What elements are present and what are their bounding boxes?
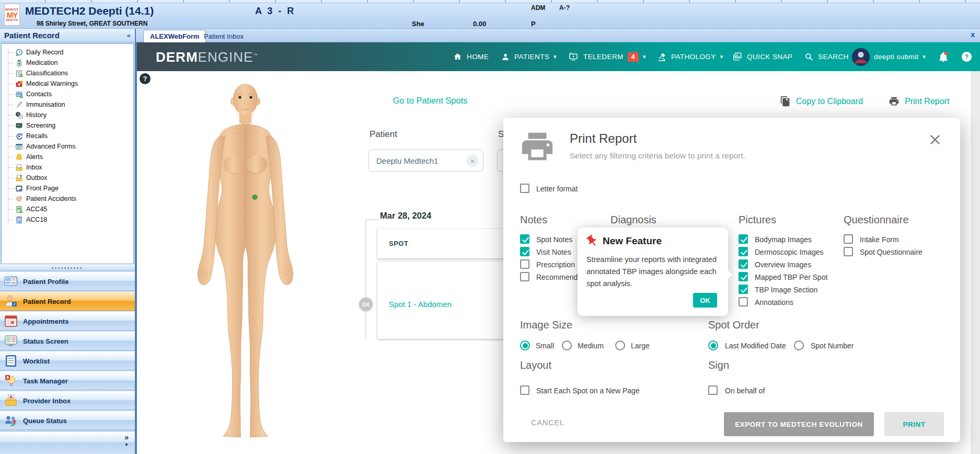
sidebar-item-inbox[interactable]: Inbox [2, 162, 132, 173]
nav-home[interactable]: HOME [453, 42, 489, 71]
user-menu[interactable]: deepti submit▾ [852, 42, 926, 71]
camera-snapshot-icon [732, 52, 743, 62]
patient-field-label: Patient [370, 129, 397, 140]
sidebar-item-medication[interactable]: Medication [2, 58, 132, 68]
patient-select-field[interactable]: Deeptu Medtech1 × [368, 150, 483, 172]
printer-icon-large [519, 128, 556, 165]
sidebar-button-worklist[interactable]: Worklist [0, 351, 135, 370]
clear-patient-icon[interactable]: × [466, 154, 479, 167]
list-add-icon [15, 70, 23, 77]
spot-questionnaire-checkbox[interactable] [844, 247, 853, 256]
go-to-patient-spots-link[interactable]: Go to Patient Spots [378, 96, 482, 106]
pictures-section-header: Pictures [739, 214, 776, 226]
mapped-tbp-checkbox[interactable] [739, 272, 748, 281]
sidebar-item-advanced-forms[interactable]: Advanced Forms [2, 141, 132, 152]
intake-form-checkbox[interactable] [844, 234, 853, 244]
figure-left-eye [238, 96, 241, 98]
print-button[interactable]: PRINT [884, 412, 944, 436]
sidebar-item-screening[interactable]: Screening [2, 120, 132, 131]
on-behalf-checkbox[interactable] [708, 385, 718, 395]
tab-patient-inbox[interactable]: Patient Inbox [198, 30, 250, 42]
calendar-grid-icon [4, 314, 18, 328]
sidebar-button-task-manager[interactable]: Task Manager [0, 371, 135, 390]
copy-to-clipboard-button[interactable]: Copy to Clipboard [780, 96, 863, 107]
sidebar-button-patient-record[interactable]: iPatient Record [0, 292, 135, 311]
spot-marker[interactable] [252, 195, 257, 200]
bodymap-figure[interactable] [184, 76, 307, 454]
intake-form-label: Intake Form [860, 235, 899, 244]
letter-format-checkbox[interactable] [520, 184, 529, 193]
nav-search[interactable]: SEARCH [804, 42, 849, 71]
print-report-button[interactable]: Print Report [889, 96, 949, 107]
sidebar-item-classifications[interactable]: Classifications [2, 68, 132, 78]
sidebar-item-outbox[interactable]: Outbox [2, 173, 132, 183]
question-icon: ? [961, 51, 973, 63]
window-code: A 3 - R [255, 6, 295, 17]
bodymap-images-checkbox[interactable] [739, 234, 748, 244]
printer-icon [889, 96, 900, 107]
export-to-medtech-button[interactable]: EXPORT TO MEDTECH EVOLUTION [724, 412, 874, 436]
scrollbar[interactable] [971, 71, 980, 454]
sidebar-button-queue-status[interactable]: Queue Status [0, 411, 135, 430]
nav-patients[interactable]: PATIENTS▾ [501, 42, 557, 71]
spot-order-last-modified-radio[interactable] [708, 340, 718, 350]
prescription-label: Prescription [536, 260, 575, 269]
nav-pathology[interactable]: PATHOLOGY▾ [656, 42, 723, 71]
close-icon[interactable] [928, 132, 942, 147]
expand-buttons-icon[interactable]: »▾ [124, 434, 129, 448]
figure-right-eye [249, 96, 252, 98]
spot-order-spot-number-radio[interactable] [794, 340, 804, 350]
cancel-button[interactable]: CANCEL [531, 418, 564, 427]
overview-images-checkbox[interactable] [739, 259, 748, 269]
dermoscopic-images-checkbox[interactable] [739, 247, 748, 256]
sidebar-splitter[interactable] [0, 264, 135, 271]
visit-date-header: Mar 28, 2024 [380, 211, 431, 221]
nav-quick-snap[interactable]: QUICK SNAP [732, 42, 792, 71]
sidebar-item-medical-warnings[interactable]: Medical Warnings [2, 78, 132, 89]
popup-ok-button[interactable]: OK [693, 293, 717, 308]
help-button[interactable]: ? [961, 42, 973, 71]
image-size-large-radio[interactable] [615, 340, 625, 350]
sidebar-item-contacts[interactable]: Contacts [2, 89, 132, 99]
id-card-icon [4, 275, 18, 288]
sidebar-item-daily-record[interactable]: Daily Record [2, 47, 132, 58]
acc18-document-icon: 18 [15, 216, 23, 224]
on-behalf-label: On behalf of [725, 387, 765, 395]
sidebar-button-appointments[interactable]: Appointments [0, 312, 135, 331]
spot-notes-checkbox[interactable] [520, 234, 529, 244]
image-size-header: Image Size [520, 319, 572, 331]
image-size-medium-radio[interactable] [562, 340, 572, 350]
page-help-icon[interactable]: ? [140, 73, 151, 84]
acc45-document-icon: 45 [15, 206, 23, 213]
image-size-small-radio[interactable] [520, 340, 530, 350]
waveform-monitor-icon [15, 122, 23, 130]
tbp-image-section-checkbox[interactable] [739, 285, 748, 294]
sidebar-button-status-screen[interactable]: Status Screen [0, 332, 135, 350]
annotations-checkbox[interactable] [739, 297, 748, 307]
nav-telederm[interactable]: TELEDERM4▾ [568, 42, 646, 71]
sidebar-item-recalls[interactable]: Recalls [2, 131, 132, 141]
sidebar-item-patient-accidents[interactable]: Patient Accidents [2, 194, 132, 204]
new-page-checkbox[interactable] [520, 385, 529, 395]
sidebar-item-alerts[interactable]: Alerts [2, 152, 132, 162]
prescription-checkbox[interactable] [520, 259, 529, 269]
front-page-icon: i [15, 185, 23, 192]
close-tab-icon[interactable]: x [971, 30, 975, 39]
spot-1-abdomen-link[interactable]: Spot 1 - Abdomen [389, 300, 452, 309]
spot-questionnaire-label: Spot Questionnaire [860, 248, 923, 256]
sidebar-item-history[interactable]: History [2, 110, 132, 120]
address: 98 Shirley Street, GREAT SOUTHERN [37, 20, 148, 27]
sidebar-item-front-page[interactable]: iFront Page [2, 183, 132, 194]
visit-notes-checkbox[interactable] [520, 247, 529, 256]
recommend-checkbox[interactable] [520, 272, 529, 281]
sidebar-button-patient-profile[interactable]: Patient Profile [0, 272, 135, 291]
chevron-down-icon: ▾ [923, 53, 926, 60]
sidebar-item-immunisation[interactable]: Immunisation [2, 99, 132, 110]
sidebar-item-acc18[interactable]: 18ACC18 [2, 214, 132, 225]
collapse-sidebar-icon[interactable]: « [127, 31, 131, 39]
sidebar-item-acc45[interactable]: 45ACC45 [2, 204, 132, 214]
svg-text:18: 18 [19, 220, 22, 223]
notifications-button[interactable] [937, 42, 950, 71]
sidebar-button-provider-inbox[interactable]: Provider Inbox [0, 391, 135, 410]
tab-alexwebform[interactable]: ALEXWebForm [143, 30, 206, 42]
